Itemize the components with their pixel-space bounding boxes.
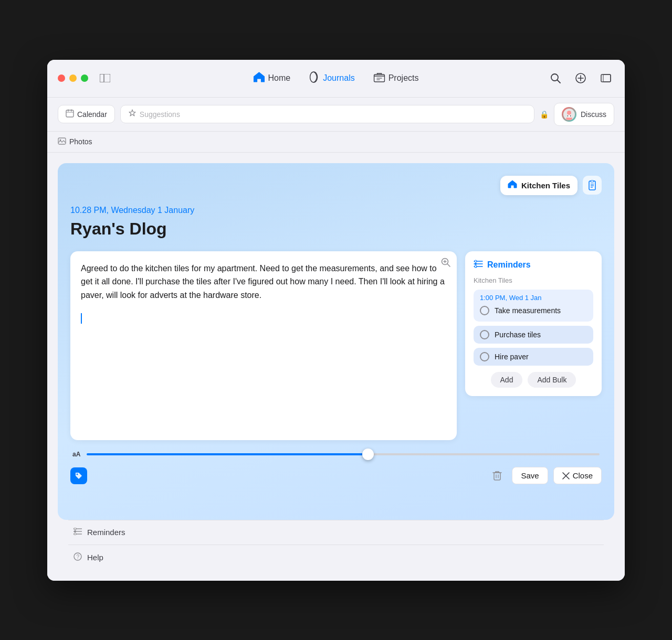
journal-body-text: Agreed to do the kitchen tiles for my ap… [81,262,446,302]
reminder-label-hire-paver: Hire paver [495,353,529,361]
save-button[interactable]: Save [512,467,548,484]
maximize-button[interactable] [81,74,88,82]
svg-rect-27 [591,180,594,182]
close-button[interactable]: Close [553,467,602,484]
svg-rect-13 [603,74,611,82]
calendar-button[interactable]: Calendar [58,105,115,123]
sidebar-toggle-button[interactable] [97,70,113,87]
reminder-item-take-measurements[interactable]: Take measurements [480,304,587,317]
font-size-small-label: aA [72,451,80,458]
svg-rect-24 [58,138,66,144]
traffic-lights [58,74,88,82]
font-size-slider[interactable] [87,453,600,455]
magnify-button[interactable] [441,258,450,270]
svg-point-50 [74,533,76,535]
journal-actions: Save Close [70,466,602,485]
svg-rect-1 [100,74,110,82]
nav-item-journals[interactable]: Journals [302,67,362,89]
minimize-button[interactable] [69,74,77,82]
bottom-sidebar: Reminders ? Help [58,520,614,570]
reminder-time: 1:00 PM, Wed 1 Jan [480,294,587,302]
reminder-checkbox-take-measurements[interactable] [480,306,489,315]
sidebar-item-help[interactable]: ? Help [68,545,604,570]
journal-body: Agreed to do the kitchen tiles for my ap… [70,251,602,440]
close-button[interactable] [58,74,65,82]
sidebar-reminders-label: Reminders [87,528,125,537]
svg-point-38 [475,260,477,262]
photos-label: Photos [69,137,92,146]
reminders-project-label: Kitchen Tiles [474,276,593,284]
text-cursor [81,313,82,324]
journal-header: Kitchen Tiles [70,176,602,195]
suggestions-label: Suggestions [140,110,180,119]
titlebar: Home Journals [47,60,625,98]
tag-button[interactable] [70,467,87,484]
photos-button[interactable]: Photos [58,137,92,147]
svg-point-3 [310,72,317,82]
sidebar-help-icon: ? [74,552,82,563]
nav-home-label: Home [268,73,291,83]
nav-journals-label: Journals [323,73,354,83]
journals-icon [309,71,320,85]
clipboard-button[interactable] [583,176,602,195]
close-label: Close [573,471,593,480]
svg-point-40 [475,265,477,268]
discuss-avatar [562,107,576,122]
toolbar-right: 🔒 Discuss [540,103,614,126]
svg-rect-42 [494,473,500,480]
reminder-item-hire-paver[interactable]: Hire paver [474,348,593,366]
reminders-icon [474,260,483,270]
suggestions-icon [128,109,136,119]
reminder-label-purchase-tiles: Purchase tiles [495,330,541,339]
svg-rect-12 [601,74,611,82]
lock-icon: 🔒 [540,110,549,119]
discuss-label: Discuss [581,110,606,119]
journal-timestamp: 10.28 PM, Wednesday 1 January [70,206,602,215]
discuss-button[interactable]: Discuss [554,103,614,126]
nav-projects-label: Projects [388,73,419,83]
sidebar-item-reminders[interactable]: Reminders [68,520,604,545]
journal-card: Kitchen Tiles 10.28 PM, Wednesday 1 Janu… [58,163,614,520]
project-home-icon [508,180,517,191]
calendar-label: Calendar [77,110,107,119]
reminders-header: Reminders [474,260,593,270]
reminders-panel: Reminders Kitchen Tiles 1:00 PM, Wed 1 J… [465,251,602,396]
home-icon [254,72,265,84]
project-name: Kitchen Tiles [521,181,570,190]
add-bulk-reminder-button[interactable]: Add Bulk [528,372,576,388]
svg-point-41 [77,473,78,475]
reminder-checkbox-purchase-tiles[interactable] [480,330,489,339]
svg-line-32 [447,264,450,266]
nav-item-home[interactable]: Home [246,68,298,89]
nav-right [547,70,614,87]
calendar-icon [66,109,74,119]
delete-button[interactable] [488,466,507,485]
journal-text-area[interactable]: Agreed to do the kitchen tiles for my ap… [70,251,457,440]
nav-item-projects[interactable]: Projects [366,68,426,89]
nav-center: Home Journals [246,67,426,89]
photos-bar: Photos [47,132,625,153]
svg-text:?: ? [77,554,80,560]
search-button[interactable] [547,70,564,87]
svg-point-39 [475,263,477,265]
action-right: Save Close [488,466,602,485]
reminder-checkbox-hire-paver[interactable] [480,352,489,361]
svg-point-48 [74,528,76,530]
reminder-time-group: 1:00 PM, Wed 1 Jan Take measurements [474,290,593,322]
sidebar-reminders-icon [74,528,82,537]
suggestions-button[interactable]: Suggestions [120,105,534,123]
add-reminder-button[interactable]: Add [491,372,523,388]
reminders-actions: Add Add Bulk [474,372,593,388]
sidebar-help-label: Help [87,553,103,562]
svg-rect-0 [100,74,104,82]
svg-point-22 [567,115,568,116]
add-button[interactable] [572,70,589,87]
svg-point-23 [570,115,571,116]
projects-icon [374,72,385,84]
photos-icon [58,137,66,147]
svg-point-49 [74,530,76,532]
reminders-title: Reminders [487,260,531,270]
view-button[interactable] [597,70,614,87]
main-content: Kitchen Tiles 10.28 PM, Wednesday 1 Janu… [47,153,625,581]
reminder-item-purchase-tiles[interactable]: Purchase tiles [474,326,593,344]
